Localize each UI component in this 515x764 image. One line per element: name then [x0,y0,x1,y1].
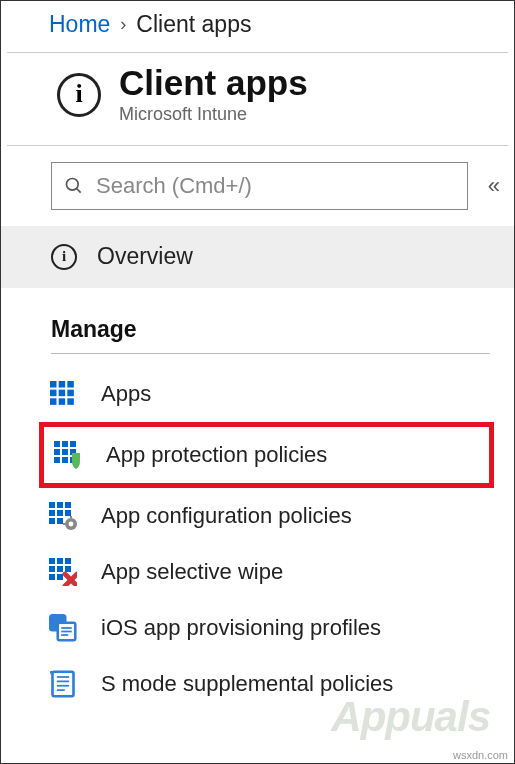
nav-item-label: iOS app provisioning profiles [101,615,381,641]
svg-point-0 [67,178,79,190]
svg-rect-21 [57,502,63,508]
svg-rect-15 [62,449,68,455]
overview-label: Overview [97,243,193,270]
nav-item-label: App selective wipe [101,559,283,585]
page-subtitle: Microsoft Intune [119,104,308,125]
grid-icon [47,378,79,410]
svg-rect-6 [59,389,65,396]
svg-rect-8 [50,398,57,405]
svg-rect-22 [65,502,71,508]
nav-item-app-selective-wipe[interactable]: App selective wipe [45,544,494,600]
info-icon: i [57,73,101,117]
info-icon: i [51,244,77,270]
page-title: Client apps [119,65,308,102]
svg-rect-14 [54,449,60,455]
svg-rect-2 [50,381,57,388]
svg-line-1 [77,188,81,192]
svg-rect-5 [50,389,57,396]
svg-rect-7 [67,389,74,396]
svg-rect-4 [67,381,74,388]
highlight-box: App protection policies [39,422,494,488]
grid-gear-icon [47,500,79,532]
breadcrumb: Home › Client apps [1,1,514,52]
nav-item-app-protection-policies[interactable]: App protection policies [50,427,489,483]
page-header: i Client apps Microsoft Intune [1,53,514,135]
search-input[interactable]: Search (Cmd+/) [51,162,468,210]
nav-item-app-configuration-policies[interactable]: App configuration policies [45,488,494,544]
svg-rect-49 [53,672,74,697]
section-manage: Manage Apps App protection policies [1,288,514,712]
svg-rect-23 [49,510,55,516]
nav-item-label: S mode supplemental policies [101,671,393,697]
profile-doc-icon [47,612,79,644]
chevron-right-icon: › [120,14,126,35]
search-icon [64,176,84,196]
svg-rect-39 [65,566,71,572]
svg-rect-38 [57,566,63,572]
svg-rect-24 [57,510,63,516]
svg-rect-9 [59,398,65,405]
nav-item-label: App protection policies [106,442,327,468]
svg-rect-25 [65,510,71,516]
svg-rect-35 [57,558,63,564]
svg-rect-18 [62,457,68,463]
nav-item-label: Apps [101,381,151,407]
scroll-icon [47,668,79,700]
svg-rect-3 [59,381,65,388]
svg-rect-27 [57,518,63,524]
collapse-button[interactable]: « [488,173,494,199]
svg-rect-17 [54,457,60,463]
svg-rect-26 [49,518,55,524]
svg-rect-13 [70,441,76,447]
svg-rect-41 [57,574,63,580]
svg-rect-12 [62,441,68,447]
nav-item-label: App configuration policies [101,503,352,529]
section-heading: Manage [51,316,490,354]
nav-item-smode-supplemental-policies[interactable]: S mode supplemental policies [45,656,494,712]
svg-rect-20 [49,502,55,508]
svg-rect-37 [49,566,55,572]
svg-rect-36 [65,558,71,564]
breadcrumb-home-link[interactable]: Home [49,11,110,38]
search-row: Search (Cmd+/) « [1,146,514,226]
grid-shield-icon [52,439,84,471]
svg-rect-34 [49,558,55,564]
svg-rect-11 [54,441,60,447]
search-placeholder: Search (Cmd+/) [96,173,252,199]
svg-rect-40 [49,574,55,580]
nav-item-apps[interactable]: Apps [45,366,494,422]
grid-xred-icon [47,556,79,588]
nav-item-ios-provisioning-profiles[interactable]: iOS app provisioning profiles [45,600,494,656]
svg-rect-10 [67,398,74,405]
breadcrumb-current: Client apps [136,11,251,38]
svg-point-29 [69,521,74,526]
source-text: wsxdn.com [453,749,508,761]
nav-overview[interactable]: i Overview [1,226,514,288]
